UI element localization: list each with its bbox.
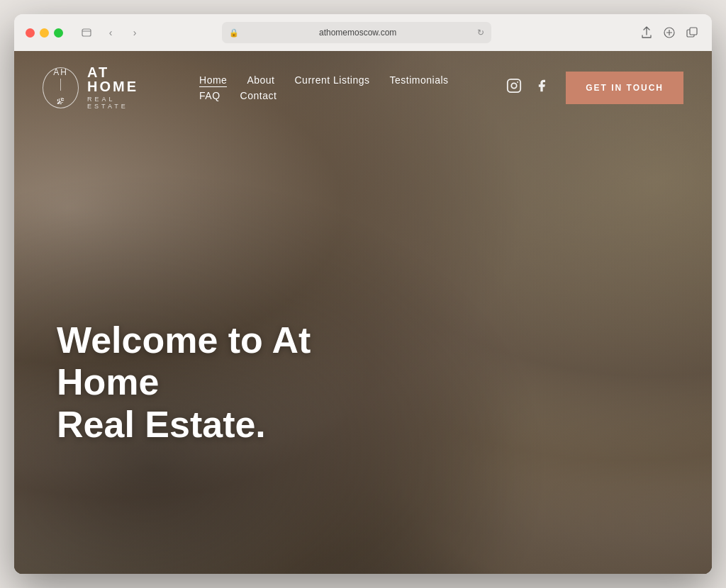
refresh-icon[interactable]: ↻ <box>477 28 484 38</box>
nav-about[interactable]: About <box>247 74 274 87</box>
share-icon[interactable] <box>638 24 655 41</box>
maximize-button[interactable] <box>54 28 63 38</box>
logo-initials: AH <box>53 68 68 77</box>
hero-headline-line2: Real Estate. <box>57 404 266 445</box>
site-navigation: AH ⸙ AT HOME REAL ESTATE Home About Curr… <box>14 51 712 124</box>
svg-point-8 <box>512 83 517 88</box>
browser-titlebar: ‹ › 🔒 athomemoscow.com ↻ <box>14 14 712 51</box>
duplicate-tab-icon[interactable] <box>683 24 700 41</box>
new-tab-icon[interactable] <box>661 24 678 41</box>
nav-links: Home About Current Listings Testimonials… <box>199 74 506 101</box>
lock-icon: 🔒 <box>229 28 239 38</box>
cta-button[interactable]: GET IN TOUCH <box>566 72 683 104</box>
window-icon[interactable] <box>77 25 96 40</box>
instagram-icon[interactable] <box>506 78 522 97</box>
hero-overlay <box>14 51 712 574</box>
svg-rect-6 <box>690 28 697 35</box>
logo-text: AT HOME REAL ESTATE <box>87 65 157 110</box>
logo-area[interactable]: AH ⸙ AT HOME REAL ESTATE <box>43 65 157 110</box>
browser-controls: ‹ › <box>77 25 144 40</box>
logo-wheat-icon: ⸙ <box>57 93 64 108</box>
nav-faq[interactable]: FAQ <box>199 90 220 101</box>
logo-name: AT HOME <box>87 65 157 94</box>
nav-current-listings[interactable]: Current Listings <box>295 74 370 87</box>
facebook-icon[interactable] <box>535 78 549 97</box>
svg-rect-7 <box>508 79 520 92</box>
close-button[interactable] <box>26 28 35 38</box>
nav-row-2: FAQ Contact <box>199 90 277 101</box>
nav-home[interactable]: Home <box>199 74 227 87</box>
hero-headline-line1: Welcome to At Home <box>57 320 311 403</box>
social-icons <box>506 78 549 97</box>
logo-circle: AH ⸙ <box>43 67 79 108</box>
svg-point-9 <box>517 81 518 83</box>
browser-frame: ‹ › 🔒 athomemoscow.com ↻ <box>14 14 712 574</box>
hero-headline: Welcome to At Home Real Estate. <box>57 320 397 446</box>
forward-button[interactable]: › <box>125 25 144 40</box>
nav-row-1: Home About Current Listings Testimonials <box>199 74 506 87</box>
url-text: athomemoscow.com <box>243 28 473 38</box>
nav-testimonials[interactable]: Testimonials <box>390 74 449 87</box>
nav-contact[interactable]: Contact <box>240 90 277 101</box>
logo-subtitle: REAL ESTATE <box>87 96 157 110</box>
logo-divider <box>60 79 61 91</box>
browser-actions <box>638 24 700 41</box>
minimize-button[interactable] <box>40 28 49 38</box>
address-bar[interactable]: 🔒 athomemoscow.com ↻ <box>222 22 491 43</box>
svg-rect-0 <box>82 29 91 36</box>
traffic-lights <box>26 28 63 38</box>
website-container: AH ⸙ AT HOME REAL ESTATE Home About Curr… <box>14 51 712 574</box>
hero-text: Welcome to At Home Real Estate. <box>57 320 397 446</box>
back-button[interactable]: ‹ <box>101 25 120 40</box>
